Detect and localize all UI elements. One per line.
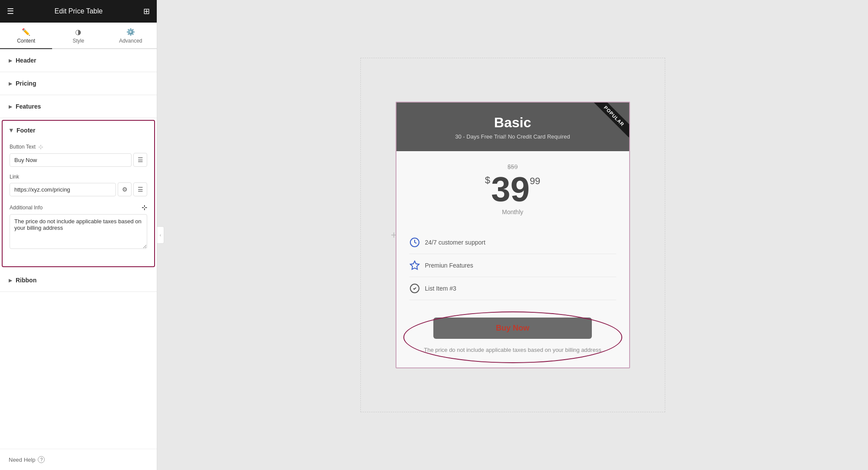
link-field: Link ⚙ ☰ [10, 174, 147, 196]
tab-content[interactable]: ✏️ Content [0, 23, 52, 49]
pricing-area: $59 $ 39 99 Monthly [396, 151, 629, 224]
clock-icon [409, 237, 420, 248]
link-settings-icon[interactable]: ⚙ [118, 182, 132, 196]
section-footer-item: ▶ Footer Button Text ⊹ ☰ [2, 120, 155, 267]
price-display: $ 39 99 [409, 172, 616, 207]
price-main: 39 [491, 172, 530, 207]
button-text-list-icon[interactable]: ☰ [133, 153, 147, 167]
features-arrow-icon: ▶ [9, 104, 12, 109]
button-text-move-icon: ⊹ [38, 143, 43, 150]
additional-info-header-row: Additional Info ⊹ [10, 203, 147, 212]
feature-text-2: Premiun Features [425, 262, 473, 269]
section-ribbon-toggle[interactable]: ▶ Ribbon [0, 269, 157, 291]
header-arrow-icon: ▶ [9, 58, 12, 63]
sections-list: ▶ Header ▶ Pricing ▶ Features ▶ Footer [0, 49, 157, 449]
popular-ribbon: POPULAR [587, 103, 629, 145]
button-text-field: Button Text ⊹ ☰ [10, 143, 147, 167]
section-features-label: Features [16, 103, 41, 110]
link-label: Link [10, 174, 19, 180]
button-text-label-row: Button Text ⊹ [10, 143, 147, 150]
tabs-row: ✏️ Content ◑ Style ⚙️ Advanced [0, 23, 157, 49]
card-title: Basic [409, 115, 616, 131]
currency-symbol: $ [485, 175, 490, 185]
panel-title: Edit Price Table [55, 7, 103, 15]
section-ribbon-label: Ribbon [16, 277, 36, 284]
tab-advanced[interactable]: ⚙️ Advanced [105, 23, 157, 49]
star-icon [409, 260, 420, 271]
panel-header: ☰ Edit Price Table ⊞ [0, 0, 157, 23]
feature-item-1: 24/7 customer support [409, 231, 616, 254]
price-period: Monthly [409, 209, 616, 215]
ribbon-arrow-icon: ▶ [9, 278, 12, 283]
popular-ribbon-text: POPULAR [593, 103, 629, 137]
card-header: Basic 30 - Days Free Trial! No Credit Ca… [396, 103, 629, 151]
left-panel: ☰ Edit Price Table ⊞ ✏️ Content ◑ Style … [0, 0, 157, 470]
section-footer-toggle[interactable]: ▶ Footer [3, 121, 154, 140]
link-label-row: Link [10, 174, 147, 180]
section-pricing-item: ▶ Pricing [0, 72, 157, 95]
tab-style-label: Style [73, 38, 84, 44]
need-help-row: Need Help ? [0, 449, 157, 470]
check-circle-icon [409, 283, 420, 294]
button-text-label: Button Text [10, 144, 36, 150]
additional-info-move-icon: ⊹ [142, 203, 147, 212]
feature-item-2: Premiun Features [409, 254, 616, 277]
link-input[interactable] [10, 183, 116, 196]
pricing-arrow-icon: ▶ [9, 81, 12, 86]
section-pricing-toggle[interactable]: ▶ Pricing [0, 72, 157, 95]
collapse-panel-handle[interactable]: ‹ [157, 226, 164, 244]
button-text-input[interactable] [10, 153, 132, 167]
section-footer-label: Footer [17, 127, 36, 134]
additional-info-display: The price do not include applicable taxe… [414, 346, 612, 354]
tab-content-label: Content [17, 38, 35, 44]
footer-arrow-icon: ▶ [9, 129, 14, 132]
help-icon[interactable]: ? [38, 456, 45, 463]
link-list-icon[interactable]: ☰ [133, 182, 147, 196]
button-text-input-row: ☰ [10, 153, 147, 167]
tab-style[interactable]: ◑ Style [52, 23, 104, 49]
tab-advanced-label: Advanced [119, 38, 142, 44]
features-list: 24/7 customer support Premiun Features [396, 224, 629, 307]
section-features-item: ▶ Features [0, 95, 157, 118]
section-ribbon-item: ▶ Ribbon [0, 269, 157, 292]
card-footer: Buy Now The price do not include applica… [396, 307, 629, 367]
section-header-toggle[interactable]: ▶ Header [0, 49, 157, 72]
original-price: $59 [409, 163, 616, 170]
footer-content: Button Text ⊹ ☰ Link ⚙ [3, 140, 154, 266]
main-canvas-area: + Basic 30 - Days Free Trial! No Credit … [157, 0, 868, 470]
price-cents: 99 [530, 176, 540, 186]
advanced-tab-icon: ⚙️ [126, 28, 135, 36]
additional-info-field: Additional Info ⊹ The price do not inclu… [10, 203, 147, 251]
link-input-row: ⚙ ☰ [10, 182, 147, 196]
additional-info-textarea[interactable]: The price do not include applicable taxe… [10, 214, 147, 249]
feature-text-1: 24/7 customer support [425, 239, 485, 246]
section-header-item: ▶ Header [0, 49, 157, 72]
feature-text-3: List Item #3 [425, 285, 456, 292]
section-features-toggle[interactable]: ▶ Features [0, 95, 157, 118]
buy-now-button[interactable]: Buy Now [433, 318, 592, 339]
section-header-label: Header [16, 57, 36, 64]
price-card-wrapper: Basic 30 - Days Free Trial! No Credit Ca… [396, 102, 630, 368]
card-subtitle: 30 - Days Free Trial! No Credit Card Req… [409, 133, 616, 140]
price-card: Basic 30 - Days Free Trial! No Credit Ca… [396, 102, 630, 368]
style-tab-icon: ◑ [75, 28, 81, 36]
canvas-container: Basic 30 - Days Free Trial! No Credit Ca… [360, 58, 665, 412]
content-tab-icon: ✏️ [22, 28, 30, 36]
section-pricing-label: Pricing [16, 80, 36, 87]
hamburger-icon[interactable]: ☰ [7, 7, 14, 16]
additional-info-label: Additional Info [10, 205, 43, 211]
feature-item-3: List Item #3 [409, 277, 616, 300]
need-help-label: Need Help [9, 457, 35, 463]
grid-icon[interactable]: ⊞ [143, 7, 150, 16]
svg-marker-1 [410, 261, 419, 269]
